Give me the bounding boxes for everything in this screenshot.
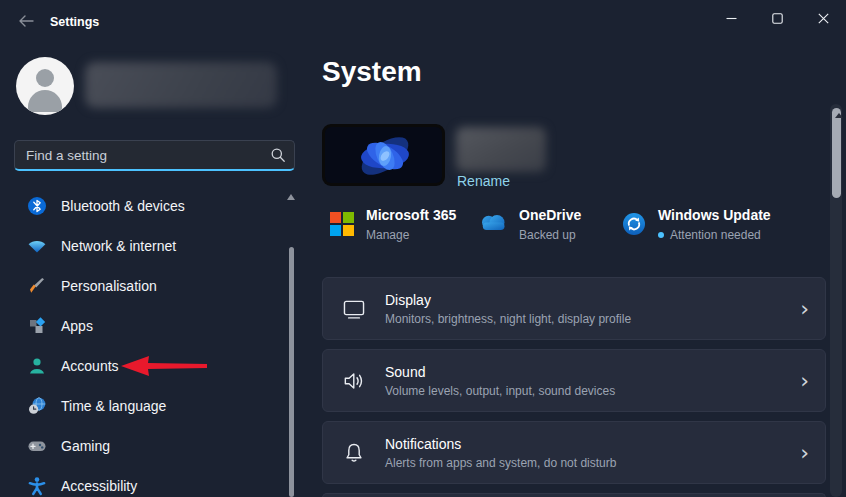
status-windows-update[interactable]: Windows Update Attention needed <box>622 206 771 242</box>
sidebar-item-label: Network & internet <box>61 238 176 254</box>
sidebar-scrollbar-thumb[interactable] <box>289 247 294 497</box>
maximize-button[interactable] <box>754 0 800 36</box>
sidebar-item-gaming[interactable]: Gaming <box>0 426 286 466</box>
wifi-icon <box>27 236 47 256</box>
status-subtitle: Attention needed <box>670 228 761 242</box>
accounts-person-icon <box>27 356 47 376</box>
sidebar-item-apps[interactable]: Apps <box>0 306 286 346</box>
settings-card-list: Display Monitors, brightness, night ligh… <box>322 277 826 497</box>
minimize-icon <box>726 13 737 24</box>
accessibility-person-icon <box>27 476 47 496</box>
search-icon <box>270 147 286 163</box>
card-display[interactable]: Display Monitors, brightness, night ligh… <box>322 277 826 340</box>
window-controls <box>708 0 846 36</box>
clock-globe-icon <box>27 396 47 416</box>
rename-link[interactable]: Rename <box>457 173 510 189</box>
close-icon <box>818 13 829 24</box>
status-subtitle[interactable]: Manage <box>366 228 409 242</box>
attention-dot <box>658 232 664 238</box>
chevron-right-icon: › <box>800 370 809 392</box>
device-wallpaper-thumbnail <box>322 124 445 186</box>
onedrive-cloud-icon <box>477 212 507 233</box>
card-title: Display <box>385 292 800 308</box>
avatar-person-icon <box>36 69 54 87</box>
main-scrollbar-up-arrow[interactable] <box>835 113 843 118</box>
card-subtitle: Volume levels, output, input, sound devi… <box>385 384 800 398</box>
sidebar-nav: Bluetooth & devices Network & internet P… <box>0 186 286 497</box>
chevron-right-icon: › <box>800 442 809 464</box>
search-input[interactable] <box>26 148 270 163</box>
microsoft-logo-icon <box>330 212 354 236</box>
main-scrollbar-thumb[interactable] <box>832 108 841 198</box>
titlebar: Settings <box>0 0 846 40</box>
notifications-bell-icon <box>341 440 367 466</box>
back-button[interactable] <box>10 8 42 34</box>
status-subtitle: Backed up <box>519 228 576 242</box>
maximize-icon <box>772 13 783 24</box>
window-title: Settings <box>50 15 99 29</box>
sidebar-item-personalisation[interactable]: Personalisation <box>0 266 286 306</box>
sidebar-item-bluetooth-devices[interactable]: Bluetooth & devices <box>0 186 286 226</box>
status-title: Windows Update <box>658 206 771 224</box>
card-sound[interactable]: Sound Volume levels, output, input, soun… <box>322 349 826 412</box>
settings-search[interactable] <box>14 140 295 171</box>
minimize-button[interactable] <box>708 0 754 36</box>
page-title: System <box>322 56 422 88</box>
paintbrush-icon <box>27 276 47 296</box>
sidebar-item-accessibility[interactable]: Accessibility <box>0 466 286 497</box>
status-onedrive[interactable]: OneDrive Backed up <box>477 206 581 242</box>
card-notifications[interactable]: Notifications Alerts from apps and syste… <box>322 421 826 484</box>
sidebar-item-label: Accessibility <box>61 478 137 494</box>
chevron-right-icon: › <box>800 298 809 320</box>
sidebar-item-label: Bluetooth & devices <box>61 198 185 214</box>
sidebar-item-network-internet[interactable]: Network & internet <box>0 226 286 266</box>
sidebar-item-label: Apps <box>61 318 93 334</box>
card-subtitle: Alerts from apps and system, do not dist… <box>385 456 800 470</box>
status-title: OneDrive <box>519 206 581 224</box>
user-avatar[interactable] <box>16 57 74 115</box>
sidebar-item-time-language[interactable]: Time & language <box>0 386 286 426</box>
sidebar-item-label: Gaming <box>61 438 110 454</box>
display-icon <box>341 296 367 322</box>
sidebar-item-label: Accounts <box>61 358 119 374</box>
status-microsoft-365[interactable]: Microsoft 365 Manage <box>330 206 456 242</box>
device-name-redacted <box>456 127 546 172</box>
card-subtitle: Monitors, brightness, night light, displ… <box>385 312 800 326</box>
gamepad-icon <box>27 436 47 456</box>
sidebar-item-label: Personalisation <box>61 278 157 294</box>
card-title: Notifications <box>385 436 800 452</box>
sidebar-item-label: Time & language <box>61 398 166 414</box>
bluetooth-icon <box>27 196 47 216</box>
status-title: Microsoft 365 <box>366 206 456 224</box>
sidebar-scrollbar-up-arrow[interactable] <box>287 194 295 200</box>
user-name-redacted <box>85 62 277 108</box>
apps-grid-icon <box>27 316 47 336</box>
bloom-wallpaper-image <box>325 127 442 183</box>
windows-update-icon <box>622 212 646 236</box>
close-button[interactable] <box>800 0 846 36</box>
back-arrow-icon <box>18 14 34 28</box>
red-annotation-arrow <box>119 354 209 378</box>
card-next-partial[interactable] <box>322 493 826 497</box>
card-title: Sound <box>385 364 800 380</box>
sound-icon <box>341 368 367 394</box>
